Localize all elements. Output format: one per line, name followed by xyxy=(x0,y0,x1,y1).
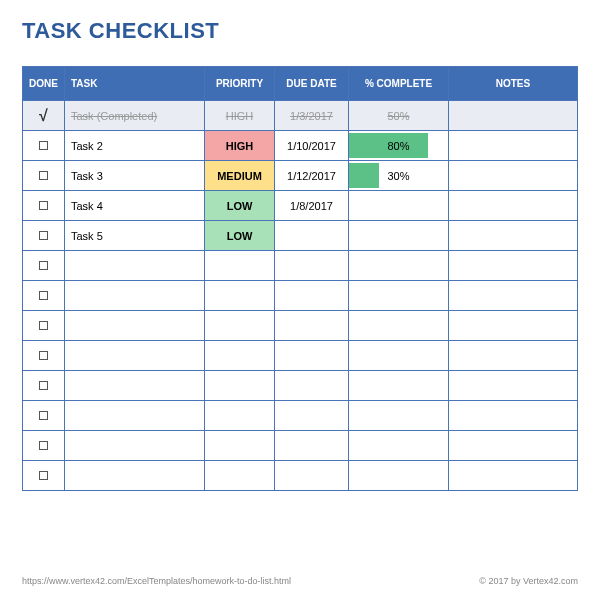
checkbox-icon[interactable] xyxy=(39,321,48,330)
done-cell[interactable] xyxy=(23,131,65,161)
due-cell[interactable] xyxy=(275,221,349,251)
checkbox-icon[interactable] xyxy=(39,351,48,360)
done-cell[interactable] xyxy=(23,161,65,191)
checkbox-icon[interactable] xyxy=(39,171,48,180)
notes-cell[interactable] xyxy=(449,311,578,341)
due-cell[interactable] xyxy=(275,251,349,281)
notes-cell[interactable] xyxy=(449,161,578,191)
task-cell[interactable]: Task 4 xyxy=(65,191,205,221)
checkbox-icon[interactable] xyxy=(39,261,48,270)
priority-cell[interactable] xyxy=(205,401,275,431)
checkbox-icon[interactable] xyxy=(39,411,48,420)
task-label: Task (Completed) xyxy=(71,110,157,122)
col-notes: NOTES xyxy=(449,67,578,101)
complete-cell[interactable] xyxy=(349,251,449,281)
task-cell[interactable]: Task 2 xyxy=(65,131,205,161)
notes-cell[interactable] xyxy=(449,191,578,221)
complete-cell[interactable] xyxy=(349,281,449,311)
task-cell[interactable] xyxy=(65,281,205,311)
task-cell[interactable] xyxy=(65,341,205,371)
task-cell[interactable] xyxy=(65,401,205,431)
task-cell[interactable]: Task 5 xyxy=(65,221,205,251)
task-cell[interactable]: Task 3 xyxy=(65,161,205,191)
due-cell[interactable] xyxy=(275,461,349,491)
priority-cell[interactable] xyxy=(205,431,275,461)
due-label: 1/3/2017 xyxy=(290,110,333,122)
table-row xyxy=(23,461,578,491)
task-cell[interactable] xyxy=(65,461,205,491)
table-row: Task 3MEDIUM1/12/201730% xyxy=(23,161,578,191)
priority-cell[interactable] xyxy=(205,461,275,491)
done-cell[interactable]: √ xyxy=(23,101,65,131)
priority-cell[interactable] xyxy=(205,371,275,401)
due-cell[interactable] xyxy=(275,341,349,371)
complete-cell[interactable] xyxy=(349,461,449,491)
done-cell[interactable] xyxy=(23,221,65,251)
table-row: Task 4LOW1/8/2017 xyxy=(23,191,578,221)
checkbox-icon[interactable] xyxy=(39,201,48,210)
complete-cell[interactable] xyxy=(349,311,449,341)
checkbox-icon[interactable] xyxy=(39,471,48,480)
checkbox-icon[interactable] xyxy=(39,291,48,300)
notes-cell[interactable] xyxy=(449,221,578,251)
done-cell[interactable] xyxy=(23,191,65,221)
priority-cell[interactable]: HIGH xyxy=(205,131,275,161)
complete-cell[interactable]: 30% xyxy=(349,161,449,191)
done-cell[interactable] xyxy=(23,341,65,371)
notes-cell[interactable] xyxy=(449,401,578,431)
notes-cell[interactable] xyxy=(449,281,578,311)
done-cell[interactable] xyxy=(23,401,65,431)
priority-label: LOW xyxy=(227,230,253,242)
due-cell[interactable]: 1/10/2017 xyxy=(275,131,349,161)
checkbox-icon[interactable] xyxy=(39,141,48,150)
priority-cell[interactable] xyxy=(205,311,275,341)
due-cell[interactable] xyxy=(275,431,349,461)
priority-cell[interactable]: LOW xyxy=(205,191,275,221)
task-cell[interactable]: Task (Completed) xyxy=(65,101,205,131)
due-cell[interactable] xyxy=(275,401,349,431)
done-cell[interactable] xyxy=(23,431,65,461)
checkbox-icon[interactable] xyxy=(39,231,48,240)
due-cell[interactable]: 1/3/2017 xyxy=(275,101,349,131)
priority-cell[interactable] xyxy=(205,281,275,311)
priority-cell[interactable]: LOW xyxy=(205,221,275,251)
notes-cell[interactable] xyxy=(449,251,578,281)
notes-cell[interactable] xyxy=(449,341,578,371)
checkbox-icon[interactable] xyxy=(39,441,48,450)
complete-cell[interactable] xyxy=(349,431,449,461)
complete-cell[interactable] xyxy=(349,371,449,401)
priority-cell[interactable] xyxy=(205,251,275,281)
priority-cell[interactable]: MEDIUM xyxy=(205,161,275,191)
done-cell[interactable] xyxy=(23,281,65,311)
due-cell[interactable] xyxy=(275,281,349,311)
task-cell[interactable] xyxy=(65,251,205,281)
done-cell[interactable] xyxy=(23,461,65,491)
notes-cell[interactable] xyxy=(449,131,578,161)
complete-cell[interactable] xyxy=(349,401,449,431)
task-cell[interactable] xyxy=(65,431,205,461)
due-label: 1/8/2017 xyxy=(290,200,333,212)
notes-cell[interactable] xyxy=(449,371,578,401)
due-cell[interactable]: 1/8/2017 xyxy=(275,191,349,221)
due-cell[interactable] xyxy=(275,311,349,341)
notes-cell[interactable] xyxy=(449,101,578,131)
complete-cell[interactable]: 80% xyxy=(349,131,449,161)
done-cell[interactable] xyxy=(23,251,65,281)
priority-cell[interactable]: HIGH xyxy=(205,101,275,131)
priority-cell[interactable] xyxy=(205,341,275,371)
notes-cell[interactable] xyxy=(449,461,578,491)
done-cell[interactable] xyxy=(23,311,65,341)
complete-label: 80% xyxy=(349,133,448,159)
complete-cell[interactable]: 50% xyxy=(349,101,449,131)
complete-cell[interactable] xyxy=(349,221,449,251)
task-cell[interactable] xyxy=(65,371,205,401)
done-cell[interactable] xyxy=(23,371,65,401)
page-title: TASK CHECKLIST xyxy=(22,18,578,44)
checkbox-icon[interactable] xyxy=(39,381,48,390)
due-cell[interactable] xyxy=(275,371,349,401)
complete-cell[interactable] xyxy=(349,191,449,221)
task-cell[interactable] xyxy=(65,311,205,341)
complete-cell[interactable] xyxy=(349,341,449,371)
notes-cell[interactable] xyxy=(449,431,578,461)
due-cell[interactable]: 1/12/2017 xyxy=(275,161,349,191)
